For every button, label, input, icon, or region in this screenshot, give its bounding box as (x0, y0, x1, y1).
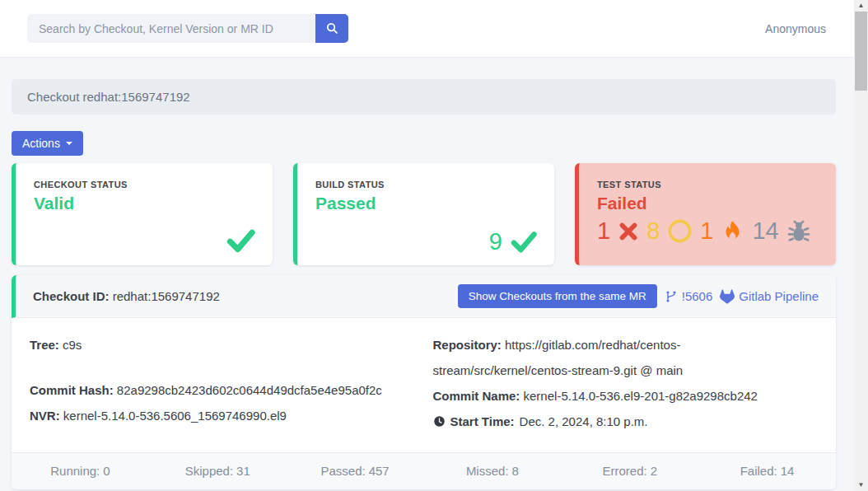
navbar: Anonymous (0, 0, 868, 58)
test-failed-count: 1 (597, 219, 610, 243)
build-status-card: BUILD STATUS Passed 9 (293, 163, 554, 265)
build-status-value: Passed (315, 194, 536, 213)
stat-label: Missed: (466, 464, 509, 478)
checkout-details-card: Checkout ID: redhat:1569747192 Show Chec… (12, 275, 836, 489)
tree-field: Tree: c9s (30, 332, 415, 358)
stat-label: Errored: (602, 464, 646, 478)
checkout-id: Checkout ID: redhat:1569747192 (33, 289, 220, 303)
start-time-label: Start Time: (450, 409, 515, 434)
build-passed-count: 9 (489, 230, 502, 254)
repository-field: Repository: https://gitlab.com/redhat/ce… (433, 332, 819, 383)
stat-label: Passed: (320, 464, 365, 478)
card-label: BUILD STATUS (315, 180, 536, 189)
commit-hash-label: Commit Hash: (30, 383, 114, 397)
checkout-id-value: redhat:1569747192 (113, 289, 220, 303)
merge-request-link-label: !5606 (682, 289, 713, 303)
commit-name-value: kernel-5.14.0-536.el9-201-g82a9298cb242 (524, 389, 758, 403)
nvr-label: NVR: (30, 409, 60, 423)
test-errored-count: 1 (700, 219, 713, 243)
actions-dropdown-button[interactable]: Actions (12, 131, 83, 156)
gitlab-pipeline-link-label: Gitlab Pipeline (739, 289, 819, 303)
nvr-value: kernel-5.14.0-536.5606_1569746990.el9 (63, 409, 287, 423)
scrollbar-up-arrow[interactable]: ▲ (854, 0, 868, 12)
stat-errored: Errored:2 (561, 464, 698, 479)
scrollbar-thumb[interactable] (855, 12, 867, 91)
check-icon (510, 227, 538, 255)
details-left-column: Tree: c9s Commit Hash: 82a9298cb2423d602… (30, 332, 415, 436)
test-issues-count: 14 (752, 219, 778, 243)
start-time-field: Start Time: Dec. 2, 2024, 8:10 p.m. (433, 409, 648, 434)
stat-value: 457 (369, 464, 390, 478)
stat-label: Skipped: (185, 464, 233, 478)
stat-failed: Failed:14 (698, 464, 836, 479)
card-label: TEST STATUS (597, 180, 818, 189)
bug-icon (786, 219, 811, 244)
stat-missed: Missed:8 (423, 464, 561, 479)
nvr-field: NVR: kernel-5.14.0-536.5606_1569746990.e… (30, 403, 415, 428)
clock-icon (433, 415, 446, 428)
gitlab-pipeline-link[interactable]: Gitlab Pipeline (720, 289, 819, 304)
stat-value: 8 (512, 464, 519, 478)
actions-label: Actions (22, 137, 60, 150)
search-input[interactable] (27, 14, 315, 43)
page-title: Checkout redhat:1569747192 (12, 79, 836, 115)
search-icon (325, 21, 339, 35)
commit-name-label: Commit Name: (433, 389, 520, 403)
repository-value-line1: https://gitlab.com/redhat/centos- (505, 338, 680, 352)
merge-request-link[interactable]: !5606 (665, 289, 713, 303)
stat-value: 2 (651, 464, 657, 478)
scrollbar-down-arrow[interactable]: ▼ (854, 479, 868, 491)
check-icon (226, 225, 256, 255)
repository-label: Repository: (433, 338, 502, 352)
vertical-scrollbar[interactable]: ▲ ▼ (854, 0, 868, 491)
repository-value-line2: stream/src/kernel/centos-stream-9.git @ … (433, 363, 684, 377)
start-time-value: Dec. 2, 2024, 8:10 p.m. (520, 409, 648, 434)
search-button[interactable] (315, 14, 348, 43)
flame-icon (721, 219, 744, 243)
commit-hash-field: Commit Hash: 82a9298cb2423d602c0644d49dc… (30, 377, 415, 403)
code-branch-icon (665, 290, 678, 303)
checkout-status-value: Valid (34, 194, 254, 213)
stat-passed: Passed:457 (287, 464, 424, 479)
chevron-down-icon (66, 142, 72, 145)
circle-outline-icon (667, 218, 693, 244)
card-label: CHECKOUT STATUS (34, 180, 254, 189)
checkout-details-body: Tree: c9s Commit Hash: 82a9298cb2423d602… (12, 318, 836, 452)
test-stats-footer: Running:0 Skipped:31 Passed:457 Missed:8… (12, 452, 836, 489)
test-status-card: TEST STATUS Failed 1 8 1 (575, 163, 836, 265)
commit-name-field: Commit Name: kernel-5.14.0-536.el9-201-g… (433, 383, 819, 409)
gitlab-icon (720, 289, 735, 304)
user-menu[interactable]: Anonymous (765, 22, 826, 35)
stat-label: Running: (50, 464, 100, 478)
test-skipped-count: 8 (646, 219, 660, 243)
show-checkouts-same-mr-button[interactable]: Show Checkouts from the same MR (458, 284, 657, 308)
search-group (27, 14, 348, 43)
tree-value: c9s (63, 338, 82, 352)
checkout-status-card: CHECKOUT STATUS Valid (12, 163, 273, 265)
tree-label: Tree: (30, 338, 59, 352)
stat-label: Failed: (740, 464, 777, 478)
stat-value: 14 (781, 464, 795, 478)
commit-hash-value: 82a9298cb2423d602c0644d49dcfa5e4e95a0f2c (117, 383, 382, 397)
stat-value: 31 (236, 464, 250, 478)
stat-running: Running:0 (12, 464, 149, 479)
stat-skipped: Skipped:31 (149, 464, 287, 479)
stat-value: 0 (103, 464, 110, 478)
main-content: Checkout redhat:1569747192 Actions CHECK… (12, 79, 836, 489)
checkout-id-label: Checkout ID: (33, 289, 110, 303)
test-status-value: Failed (597, 194, 818, 213)
details-right-column: Repository: https://gitlab.com/redhat/ce… (433, 332, 819, 436)
checkout-id-header: Checkout ID: redhat:1569747192 Show Chec… (12, 275, 836, 318)
x-mark-icon (618, 221, 639, 242)
